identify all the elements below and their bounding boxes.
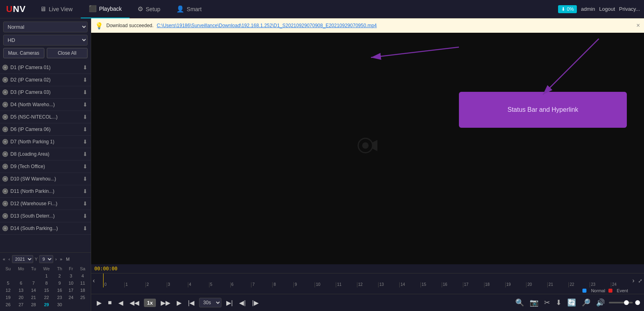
nav-playback[interactable]: ⬛ Playback (81, 0, 130, 18)
camera-download-d3[interactable]: ⬇ (83, 89, 88, 95)
nav-privacy[interactable]: Privacy... (619, 6, 640, 12)
camera-item-d8[interactable]: D8 (Loading Area) ⬇ (0, 148, 91, 160)
volume-slider[interactable] (609, 302, 633, 303)
close-all-button[interactable]: Close All (47, 48, 88, 58)
clip-button[interactable]: ✂ (542, 297, 552, 309)
cal-cell-21[interactable]: 21 (28, 294, 39, 301)
camera-download-d4[interactable]: ⬇ (83, 101, 88, 108)
status-close-button[interactable]: × (636, 22, 640, 29)
camera-download-d13[interactable]: ⬇ (83, 213, 88, 219)
max-cameras-button[interactable]: Max. Cameras (3, 48, 44, 58)
camera-download-d1[interactable]: ⬇ (83, 64, 88, 71)
cal-year-select[interactable]: 2021 (12, 255, 33, 263)
cal-cell-17[interactable]: 17 (66, 287, 76, 293)
camera-download-d6[interactable]: ⬇ (83, 126, 88, 133)
cal-next-next[interactable]: » (59, 256, 64, 262)
cal-prev[interactable]: ‹ (7, 256, 11, 262)
nav-smart[interactable]: 👤 Smart (168, 0, 209, 18)
camera-item-d6[interactable]: D6 (IP Camera 06) ⬇ (0, 123, 91, 136)
quality-select[interactable]: HD (3, 35, 88, 46)
camera-item-d9[interactable]: D9 (Tech Office) ⬇ (0, 160, 91, 173)
cal-cell-15[interactable]: 15 (40, 287, 53, 293)
camera-item-d3[interactable]: D3 (IP Camera 03) ⬇ (0, 86, 91, 99)
cal-cell-13[interactable]: 13 (14, 287, 27, 293)
camera-item-d11[interactable]: D11 (North Parkin...) ⬇ (0, 185, 91, 198)
camera-item-d14[interactable]: D14 (South Parking...) ⬇ (0, 222, 91, 235)
next-fast-button[interactable]: ▶▶ (159, 297, 172, 308)
camera-item-d12[interactable]: D12 (Warehouse Fi...) ⬇ (0, 198, 91, 210)
cal-cell-7[interactable]: 7 (28, 280, 39, 286)
cal-cell-14[interactable]: 14 (28, 287, 39, 293)
camera-download-d9[interactable]: ⬇ (83, 163, 88, 170)
download-badge[interactable]: ⬇ 0% (558, 5, 577, 13)
next-button[interactable]: ▶ (175, 297, 183, 308)
camera-download-d12[interactable]: ⬇ (83, 200, 88, 207)
camera-item-d13[interactable]: D13 (South Deterr...) ⬇ (0, 210, 91, 222)
cal-cell-9[interactable]: 9 (54, 280, 65, 286)
record-button[interactable] (635, 300, 640, 305)
skip-fwd-button[interactable]: ▶| (225, 297, 234, 308)
camera-item-d5[interactable]: D5 (NSC-NITECOL...) ⬇ (0, 111, 91, 123)
camera-download-d7[interactable]: ⬇ (83, 139, 88, 145)
cal-cell-20[interactable]: 20 (14, 294, 27, 301)
cal-cell-11[interactable]: 11 (77, 280, 89, 286)
play-button[interactable]: ▶ (95, 297, 103, 308)
cal-cell-5[interactable]: 5 (2, 280, 14, 286)
cal-cell-25[interactable]: 25 (77, 294, 89, 301)
nav-username[interactable]: admin (581, 6, 595, 12)
cal-next[interactable]: › (54, 256, 58, 262)
cal-cell-19[interactable]: 19 (2, 294, 14, 301)
snapshot-button[interactable]: 📷 (528, 297, 540, 309)
cal-cell-6[interactable]: 6 (14, 280, 27, 286)
camera-download-d14[interactable]: ⬇ (83, 225, 88, 232)
camera-download-d11[interactable]: ⬇ (83, 188, 88, 194)
cal-cell-27[interactable]: 27 (14, 301, 27, 308)
cal-cell-3[interactable]: 3 (66, 273, 76, 279)
cal-cell-10[interactable]: 10 (66, 280, 76, 286)
nav-setup[interactable]: ⚙ Setup (130, 0, 168, 18)
prev-frame-button[interactable]: ◀| (237, 297, 247, 308)
cal-cell-29[interactable]: 29 (40, 301, 53, 308)
interval-select[interactable]: 30s 1m 5m 10m 30m 1h (199, 298, 221, 307)
cal-cell-28[interactable]: 28 (28, 301, 39, 308)
cal-cell-4[interactable]: 4 (77, 273, 89, 279)
cal-cell-18[interactable]: 18 (77, 287, 89, 293)
cal-mode-button[interactable]: M (64, 256, 71, 262)
status-link[interactable]: C:\Users\19186\Surveillance\Download\192… (157, 23, 377, 28)
camera-item-d7[interactable]: D7 (North Parking 1) ⬇ (0, 136, 91, 148)
cal-cell-12[interactable]: 12 (2, 287, 14, 293)
cal-cell-30[interactable]: 30 (54, 301, 65, 308)
zoom-button[interactable]: 🔎 (580, 297, 592, 309)
cal-cell-8[interactable]: 8 (40, 280, 53, 286)
download-button[interactable]: ⬇ (554, 297, 563, 309)
cal-cell-23[interactable]: 23 (54, 294, 65, 301)
camera-item-d2[interactable]: D2 (IP Camera 02) ⬇ (0, 74, 91, 86)
camera-item-d1[interactable]: D1 (IP Camera 01) ⬇ (0, 61, 91, 74)
audio-button[interactable]: 🔊 (594, 297, 606, 309)
timeline-ruler[interactable]: ‹ 0 1 2 3 4 5 6 7 8 9 10 11 12 13 14 (91, 273, 644, 287)
cal-cell-26[interactable]: 26 (2, 301, 14, 308)
fisheye-button[interactable]: 🔄 (566, 297, 578, 309)
cal-cell-24[interactable]: 24 (66, 294, 76, 301)
camera-scroll[interactable]: D1 (IP Camera 01) ⬇ D2 (IP Camera 02) ⬇ … (0, 61, 91, 252)
cal-cell-22[interactable]: 22 (40, 294, 53, 301)
timeline-expand-button[interactable]: ⤢ (638, 277, 642, 283)
timeline-left-button[interactable]: ‹ (93, 277, 95, 284)
camera-download-d10[interactable]: ⬇ (83, 176, 88, 182)
cal-prev-prev[interactable]: « (2, 256, 6, 262)
speed-button[interactable]: 1x (144, 299, 156, 307)
cal-cell-1[interactable]: 1 (40, 273, 53, 279)
camera-download-d8[interactable]: ⬇ (83, 151, 88, 157)
timeline-right-button[interactable]: › (632, 277, 634, 284)
prev-slow-button[interactable]: ◀◀ (128, 297, 141, 308)
search-button[interactable]: 🔍 (514, 297, 526, 309)
view-mode-select[interactable]: Normal (3, 22, 88, 32)
cal-cell-16[interactable]: 16 (54, 287, 65, 293)
prev-button[interactable]: ◀ (117, 297, 125, 308)
cal-month-select[interactable]: 9 (39, 255, 53, 263)
nav-live-view[interactable]: 🖥 Live View (32, 0, 81, 18)
camera-download-d5[interactable]: ⬇ (83, 114, 88, 120)
camera-download-d2[interactable]: ⬇ (83, 77, 88, 83)
camera-item-d10[interactable]: D10 (SW Warehou...) ⬇ (0, 173, 91, 185)
skip-back-button[interactable]: |◀ (186, 297, 196, 308)
